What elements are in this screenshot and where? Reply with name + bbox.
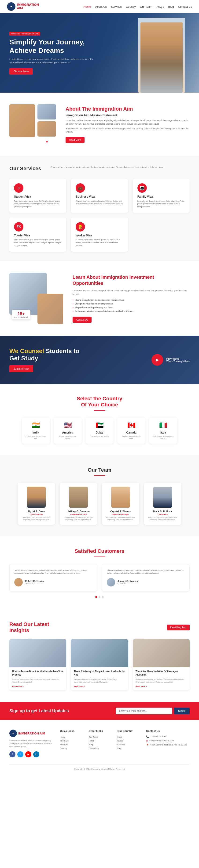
team-grid: Sigrid S. Dean CEO - Founder Lorem ipsum… bbox=[9, 483, 190, 525]
service-card-tourist: 🗺 Tourist Visa Proin commodo viverra imp… bbox=[9, 217, 66, 252]
counsel-video: ▶ Play Video Watch Training Videos bbox=[151, 354, 190, 366]
invest-contact-button[interactable]: Contact Us bbox=[73, 317, 91, 323]
footer-country-india[interactable]: India bbox=[117, 735, 139, 739]
blog-header: Read Our Latest Insights Read Blog Post bbox=[9, 621, 190, 633]
about-read-more-button[interactable]: Read More bbox=[65, 137, 85, 143]
blog-title: Read Our Latest Insights bbox=[9, 621, 49, 633]
blog-read-more-1[interactable]: Read more > bbox=[12, 685, 63, 687]
invest-image-overlay bbox=[37, 294, 63, 324]
country-india[interactable]: 🇮🇳 India Pellentesque aliquam ipsum quil… bbox=[22, 417, 50, 443]
nav-faq[interactable]: FAQ's bbox=[157, 5, 164, 8]
dot-1[interactable] bbox=[95, 596, 97, 598]
worker-visa-icon: 👷 bbox=[76, 222, 85, 231]
country-america[interactable]: 🇺🇸 America Naque convallis a cras semper… bbox=[54, 417, 82, 443]
footer-address: 📍 6364 Carrer Street Belle Rio, FL 32720 bbox=[146, 744, 190, 746]
team-avatar-1 bbox=[27, 487, 46, 508]
newsletter-submit-button[interactable]: Submit bbox=[174, 708, 190, 714]
footer-link-team[interactable]: Our Team bbox=[89, 735, 111, 739]
counsel-banner: We Counsel Students to Get Study Explore… bbox=[0, 336, 199, 384]
youtube-icon[interactable]: ▶ bbox=[25, 751, 31, 757]
testimonials-title: Satisfied Customers bbox=[9, 548, 190, 554]
countries-section: Select the Country Of Your Choice 🇮🇳 Ind… bbox=[0, 384, 199, 455]
nav-home[interactable]: Home bbox=[83, 5, 91, 8]
footer-country-canada[interactable]: Canada bbox=[117, 743, 139, 746]
team-member-2: Jeffrey C. Dawson Immigration Expert Lor… bbox=[60, 483, 97, 525]
newsletter-form: Submit bbox=[116, 708, 190, 714]
testimonials-section: Satisfied Customers Turpis massa tincidu… bbox=[0, 536, 199, 610]
blog-body-2: There Are Many of Simple Lorem Available… bbox=[71, 667, 128, 690]
services-section: Our Services Proin commodo viverra imper… bbox=[0, 156, 199, 261]
canada-flag-icon: 🇨🇦 bbox=[121, 422, 142, 429]
footer-link-blog[interactable]: Blog bbox=[89, 743, 111, 746]
countries-grid: 🇮🇳 India Pellentesque aliquam ipsum quil… bbox=[9, 417, 190, 443]
india-flag-icon: 🇮🇳 bbox=[26, 422, 46, 429]
phone-icon: 📞 bbox=[146, 736, 149, 738]
counsel-text: We Counsel Students to Get Study Explore… bbox=[9, 347, 79, 372]
invest-point-2: Vitae purus faucibus ornare suspendisse bbox=[73, 302, 190, 306]
newsletter-section: Sign up to get Latest Updates Submit bbox=[0, 702, 199, 720]
dot-2[interactable] bbox=[98, 596, 101, 598]
blog-post-3: There Are Many Varieties Of Passages Alt… bbox=[133, 639, 190, 690]
team-role-2: Immigration Expert bbox=[63, 513, 93, 516]
blog-read-more-2[interactable]: Read more > bbox=[74, 685, 125, 687]
services-header: Our Services Proin commodo viverra imper… bbox=[9, 165, 190, 172]
footer-link-about[interactable]: About Us bbox=[60, 739, 82, 743]
footer-other-links-list: Our Team FAQ's Blog Contact Us bbox=[89, 735, 111, 750]
footer-quick-links-col: Quick Links Home About Us Services Count… bbox=[60, 730, 82, 757]
footer-quick-links-title: Quick Links bbox=[60, 730, 82, 733]
team-role-4: Consultant bbox=[148, 513, 178, 516]
team-avatar-4 bbox=[153, 487, 172, 508]
blog-post-2: There Are Many of Simple Lorem Available… bbox=[71, 639, 128, 690]
facebook-icon[interactable]: f bbox=[9, 751, 16, 757]
nav-about[interactable]: About Us bbox=[95, 5, 107, 8]
family-visa-icon: 👨‍👩‍👧 bbox=[137, 183, 147, 193]
footer-about-col: ✈ IMMIGRATION AIM Lorem ipsum dolor sit … bbox=[9, 730, 53, 757]
blog-post-text-2: Quisque cursus metus vitae commodo. Done… bbox=[74, 678, 125, 683]
team-section: Our Team Sigrid S. Dean CEO - Founder Lo… bbox=[0, 455, 199, 536]
country-dubai[interactable]: 🇦🇪 Dubai Praesent urna nec tristich. bbox=[85, 417, 114, 443]
counsel-explore-button[interactable]: Explore Now bbox=[9, 365, 33, 372]
team-avatar-3 bbox=[111, 487, 130, 508]
nav-links: Home About Us Services Country Our Team … bbox=[83, 4, 192, 9]
invest-points: Magna dis parturient montes nascetur rid… bbox=[73, 298, 190, 313]
india-desc: Pellentesque aliquam ipsum quil. bbox=[26, 435, 46, 440]
hero-discover-button[interactable]: Discover More bbox=[9, 68, 33, 74]
logo[interactable]: ✈ IMMIGRATION AIM bbox=[7, 2, 39, 11]
blog-read-more-3[interactable]: Read more > bbox=[136, 685, 187, 687]
dubai-name: Dubai bbox=[89, 431, 110, 434]
footer-link-country[interactable]: Country bbox=[60, 746, 82, 750]
nav-contact[interactable]: Contact Us bbox=[178, 5, 192, 8]
nav-team[interactable]: Our Team bbox=[140, 5, 152, 8]
newsletter-email-input[interactable] bbox=[116, 708, 172, 714]
footer-link-contact[interactable]: Contact Us bbox=[89, 746, 111, 750]
about-text2: But I must explain to you all this mista… bbox=[65, 127, 190, 134]
team-desc-4: Lorem ipsum dolor sit amet consectetur a… bbox=[148, 516, 178, 521]
blog-post-title-2: There Are Many of Simple Lorem Available… bbox=[74, 670, 125, 677]
country-canada[interactable]: 🇨🇦 Canada Dapibus ultrices in iaculis nu… bbox=[117, 417, 145, 443]
footer-country-italy[interactable]: Italy bbox=[117, 746, 139, 750]
nav-services[interactable]: Services bbox=[111, 5, 122, 8]
linkedin-icon[interactable]: in bbox=[33, 751, 39, 757]
play-button[interactable]: ▶ bbox=[151, 354, 163, 366]
blog-read-all-button[interactable]: Read Blog Post bbox=[167, 625, 190, 630]
investment-section: 15+ Year Of Experience Learn About Immig… bbox=[0, 261, 199, 336]
author-info-1: Robert M. Frazier Customer bbox=[25, 580, 44, 585]
team-name-1: Sigrid S. Dean bbox=[21, 510, 51, 513]
dot-3[interactable] bbox=[102, 596, 104, 598]
footer-link-faq[interactable]: FAQ's bbox=[89, 739, 111, 743]
footer-link-services[interactable]: Services bbox=[60, 743, 82, 746]
team-name-2: Jeffrey C. Dawson bbox=[63, 510, 93, 513]
footer-country-dubai[interactable]: Dubai bbox=[117, 739, 139, 743]
invest-text: Labortesa pharetra viverra excepturi obi… bbox=[73, 289, 190, 296]
nav-blog[interactable]: Blog bbox=[168, 5, 174, 8]
about-text1: Lorem ipsum dolor sit amet, consectetur … bbox=[65, 119, 190, 126]
service-desc-business: Aliquam dapibus mauris vel augue. Sit am… bbox=[76, 200, 123, 205]
author-info-2: Jeremy G. Roades Customer bbox=[117, 580, 138, 585]
nav-country[interactable]: Country bbox=[126, 5, 136, 8]
twitter-icon[interactable]: t bbox=[17, 751, 23, 757]
country-italy[interactable]: 🇮🇹 Italy Pellentesque aliquam ipsum vici… bbox=[149, 417, 177, 443]
invest-images: 15+ Year Of Experience bbox=[9, 273, 63, 324]
service-desc-student: Proin commodo viverra imperdiet fringill… bbox=[14, 200, 62, 208]
footer-link-home[interactable]: Home bbox=[60, 735, 82, 739]
services-intro-text: Proin commodo viverra imperdiet. Aliquam… bbox=[51, 165, 190, 172]
